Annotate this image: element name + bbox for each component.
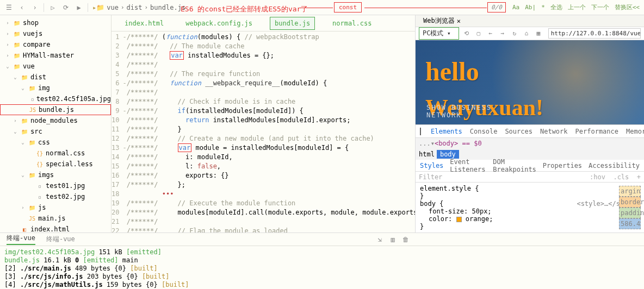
- close-icon[interactable]: ×: [457, 17, 461, 25]
- devtools-tab[interactable]: Console: [470, 128, 498, 135]
- prev-btn[interactable]: 上一个: [568, 3, 586, 11]
- tree-item-index-html[interactable]: ◧index.html: [0, 224, 111, 233]
- editor-tab[interactable]: index.html: [120, 17, 168, 29]
- browser-toolbar: PC模式 ▾ ⟲ ▢ ← → ↻ ⌂ ▦ http://127.0.0.1:88…: [416, 27, 644, 40]
- page-preview: hello Weiyuxuan! SHOW BUSINESSNETWORK: [416, 40, 644, 124]
- back-icon[interactable]: ←: [486, 29, 495, 38]
- show-text: SHOW BUSINESSNETWORK: [426, 104, 492, 119]
- tree-item-dist[interactable]: ⌄📁dist: [0, 72, 111, 83]
- devtools-tabs: ElementsConsoleSourcesNetworkPerformance…: [416, 125, 644, 138]
- editor-tabs: index.htmlwebpack.config.jsbundle.jsnorm…: [112, 15, 415, 32]
- styles-subtab[interactable]: DOM Breakpoints: [493, 158, 536, 173]
- search-count: 0/0: [487, 2, 506, 12]
- rotate-icon[interactable]: ⟲: [462, 29, 471, 38]
- split-icon[interactable]: ▥: [388, 235, 397, 244]
- refresh-icon[interactable]: ⟳: [61, 3, 70, 12]
- folder-icon: ▸📁: [92, 4, 104, 11]
- word-icon[interactable]: Ab|: [525, 4, 536, 11]
- tree-item-bundle-js[interactable]: JSbundle.js: [0, 104, 111, 115]
- tree-item-HYMall-master[interactable]: ›📁HYMall-master: [0, 50, 111, 61]
- terminal-tabs: 终端-vue 终端-vue ⇲ ▥ 🗑: [0, 233, 644, 246]
- tree-item-main-js[interactable]: JSmain.js: [0, 213, 111, 224]
- styles-subtab[interactable]: Event Listeners: [450, 158, 486, 173]
- cls-btn[interactable]: .cls: [613, 173, 629, 181]
- styles-tabs: StylesEvent ListenersDOM BreakpointsProp…: [416, 160, 644, 172]
- filter-bar: Filter :hov .cls +: [416, 172, 644, 183]
- tree-item-vuejs[interactable]: ›📁vuejs: [0, 28, 111, 39]
- terminal-tab[interactable]: 终端-vue: [7, 234, 35, 245]
- browser-panel: Web浏览器 × PC模式 ▾ ⟲ ▢ ← → ↻ ⌂ ▦ http://127…: [416, 15, 644, 233]
- breadcrumb[interactable]: ▸📁 vue › dist › bundle.js: [92, 4, 185, 11]
- browser-tab[interactable]: Web浏览器 ×: [420, 15, 464, 27]
- back-icon[interactable]: ‹: [17, 3, 26, 12]
- tree-item-node_modules[interactable]: ›📁node_modules: [0, 115, 111, 126]
- devtools-tab[interactable]: Elements: [431, 128, 462, 135]
- tree-item-test02-4c5f105a-jpg[interactable]: ▫test02.4c5f105a.jpg: [0, 93, 111, 104]
- qr-icon[interactable]: ▦: [534, 29, 543, 38]
- mode-select[interactable]: PC模式 ▾: [419, 27, 459, 40]
- next-btn[interactable]: 下一个: [591, 3, 609, 11]
- annotation-text: ES6 的const已经全部转成ES5的var了: [181, 4, 308, 14]
- hello-text: hello: [425, 56, 479, 86]
- trash-icon[interactable]: 🗑: [401, 235, 410, 244]
- fwd-icon[interactable]: ›: [30, 3, 39, 12]
- search-input[interactable]: const: [334, 2, 362, 12]
- regex-icon[interactable]: *: [541, 4, 545, 11]
- file-tree: ›📁shop›📁vuejs›📁compare›📁HYMall-master⌄📁v…: [0, 15, 112, 233]
- stop-icon[interactable]: ▷: [48, 3, 57, 12]
- tree-item-css[interactable]: ⌄📁css: [0, 137, 111, 148]
- editor-tab[interactable]: normal.css: [328, 17, 376, 29]
- devtools-tab[interactable]: Sources: [505, 128, 532, 135]
- tree-item-compare[interactable]: ›📁compare: [0, 39, 111, 50]
- filter-input[interactable]: Filter: [419, 173, 442, 181]
- tree-item-imgs[interactable]: ⌄📁imgs: [0, 169, 111, 180]
- reload-icon[interactable]: ↻: [510, 29, 519, 38]
- terminal-panel: 终端-vue 终端-vue ⇲ ▥ 🗑 img/test02.4c5f105a.…: [0, 233, 644, 289]
- devtools: ElementsConsoleSourcesNetworkPerformance…: [416, 124, 644, 233]
- play-icon[interactable]: ▶: [75, 3, 83, 12]
- select-all-btn[interactable]: 全选: [550, 3, 562, 11]
- case-icon[interactable]: Aa: [512, 4, 519, 11]
- code-area[interactable]: 123456789101112131415161718192021222324 …: [112, 32, 415, 233]
- url-input[interactable]: http://127.0.0.1:8848/vue/index.h: [548, 28, 641, 39]
- dom-breadcrumb: ...▾ <body> == $0: [416, 138, 644, 149]
- terminal-output[interactable]: img/test02.4c5f105a.jpg 151 kB [emitted]…: [0, 246, 644, 289]
- devtools-tab[interactable]: Performance: [575, 128, 618, 135]
- editor-tab[interactable]: webpack.config.js: [181, 17, 257, 29]
- styles-subtab[interactable]: Accessibility: [589, 162, 640, 169]
- tree-item-vue[interactable]: ⌄📁vue: [0, 61, 111, 72]
- menu-icon[interactable]: ☰: [4, 3, 13, 12]
- tree-item-js[interactable]: ›📁js: [0, 202, 111, 213]
- add-rule-icon[interactable]: +: [637, 173, 641, 181]
- search-tools: Aa Ab| * 全选 上一个 下一个 替换区<<: [512, 3, 640, 11]
- editor-panel: index.htmlwebpack.config.jsbundle.jsnorm…: [112, 15, 416, 233]
- tree-item-test01-jpg[interactable]: ▫test01.jpg: [0, 180, 111, 191]
- fwd-icon[interactable]: →: [498, 29, 507, 38]
- css-rules[interactable]: element.style { } body {<style>…</style>…: [416, 183, 644, 233]
- styles-subtab[interactable]: Properties: [543, 162, 582, 169]
- editor-tab[interactable]: bundle.js: [270, 17, 315, 30]
- tree-item-special-less[interactable]: {}special.less: [0, 159, 111, 169]
- export-icon[interactable]: ⇲: [375, 235, 384, 244]
- devtools-tab[interactable]: Network: [540, 128, 568, 135]
- devtools-tab[interactable]: Memory: [626, 128, 644, 135]
- replace-btn[interactable]: 替换区<<: [615, 3, 640, 11]
- browser-tab-bar: Web浏览器 ×: [416, 15, 644, 27]
- tree-item-img[interactable]: ⌄📁img: [0, 83, 111, 93]
- tree-item-src[interactable]: ⌄📁src: [0, 126, 111, 137]
- tree-item-shop[interactable]: ›📁shop: [0, 17, 111, 28]
- tree-item-test02-jpg[interactable]: ▫test02.jpg: [0, 191, 111, 202]
- hov-btn[interactable]: :hov: [590, 173, 605, 181]
- tree-item-normal-css[interactable]: {}normal.css: [0, 148, 111, 159]
- terminal-tab[interactable]: 终端-vue: [46, 235, 75, 244]
- styles-subtab[interactable]: Styles: [420, 162, 443, 169]
- home-icon[interactable]: ⌂: [522, 29, 531, 38]
- device-icon[interactable]: ▢: [474, 29, 483, 38]
- box-model: argin border paddin 586.4: [619, 186, 641, 229]
- inspect-icon[interactable]: [420, 128, 421, 135]
